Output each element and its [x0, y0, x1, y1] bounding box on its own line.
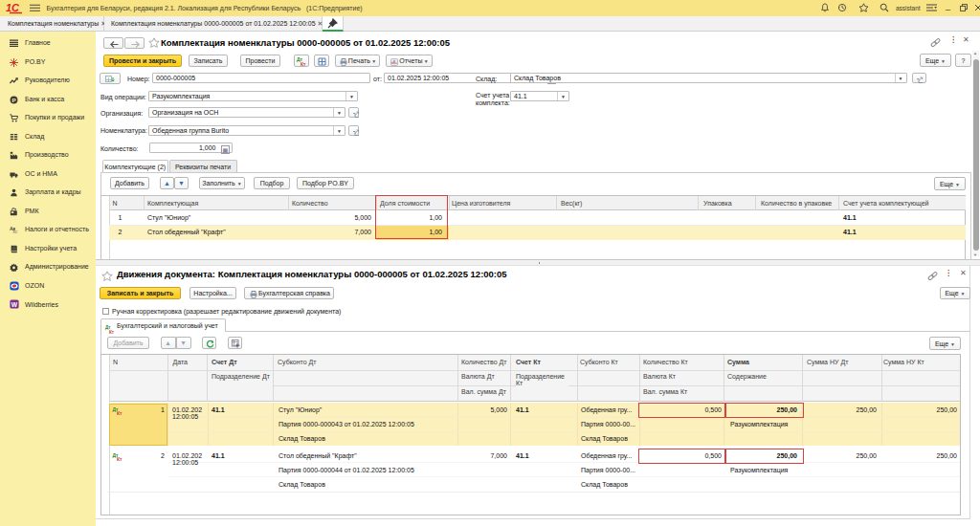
svg-text:W: W	[11, 301, 17, 308]
svg-text:КС: КС	[12, 230, 17, 234]
svg-text:P: P	[12, 96, 16, 102]
svg-text:1С: 1С	[6, 2, 20, 13]
